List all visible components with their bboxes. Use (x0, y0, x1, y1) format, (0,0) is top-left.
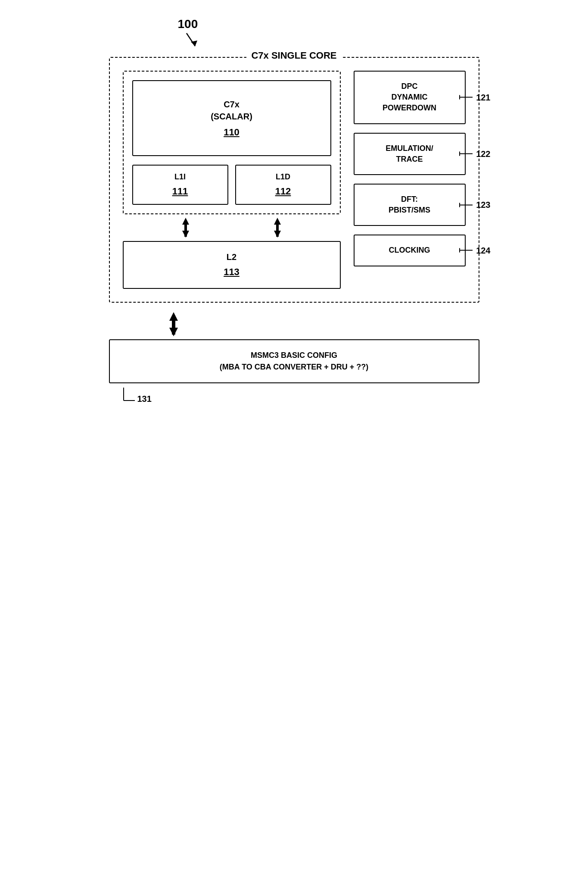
clocking-title: CLOCKING (361, 245, 458, 256)
l1-row: L1I 111 L1D 112 (132, 165, 331, 205)
emulation-title: EMULATION/ TRACE (361, 143, 458, 165)
l1d-label: L1D (240, 172, 326, 182)
clocking-box: CLOCKING 124 (354, 235, 466, 266)
emulation-ref: 122 (459, 149, 490, 159)
svg-marker-18 (169, 312, 178, 321)
c7x-scalar-box: C7x (SCALAR) 110 (132, 80, 331, 156)
svg-rect-3 (184, 225, 187, 231)
l1i-l2-arrow (173, 217, 199, 238)
svg-marker-6 (274, 218, 281, 225)
inner-layout: C7x (SCALAR) 110 L1I 111 L1D 112 (123, 71, 466, 289)
svg-rect-19 (172, 321, 175, 328)
l2-label: L2 (132, 252, 331, 262)
clocking-ref: 124 (459, 245, 490, 255)
svg-marker-2 (182, 218, 189, 225)
emulation-ref-tick (459, 151, 473, 157)
dft-title: DFT: PBIST/SMS (361, 194, 458, 216)
right-column: DPC DYNAMIC POWERDOWN 121 (354, 71, 466, 289)
dpc-box: DPC DYNAMIC POWERDOWN 121 (354, 71, 466, 124)
dpc-ref-tick (459, 94, 473, 100)
svg-marker-9 (274, 231, 281, 238)
l1-l2-arrows (123, 214, 341, 241)
msmc3-title: MSMC3 BASIC CONFIG (MBA TO CBA CONVERTER… (118, 350, 470, 373)
dpc-title: DPC DYNAMIC POWERDOWN (361, 81, 458, 114)
dft-box: DFT: PBIST/SMS 123 (354, 184, 466, 226)
main-ref-label: 100 (178, 17, 198, 31)
outer-dashed-box: C7x SINGLE CORE C7x (SCALAR) 110 (109, 57, 479, 303)
dft-ref-tick (459, 202, 473, 208)
svg-rect-7 (276, 225, 279, 231)
l2-number: 113 (132, 266, 331, 278)
l1i-number: 111 (137, 186, 223, 197)
l1i-label: L1I (137, 172, 223, 182)
svg-marker-5 (182, 231, 189, 238)
left-dashed-box: C7x (SCALAR) 110 L1I 111 L1D 112 (123, 71, 341, 214)
l1d-box: L1D 112 (235, 165, 331, 205)
diagram-container: 100 C7x SINGLE CORE C7x (SCALAR) (109, 17, 479, 383)
clocking-ref-tick (459, 247, 473, 254)
msmc3-box: MSMC3 BASIC CONFIG (MBA TO CBA CONVERTER… (109, 339, 479, 383)
msmc3-ref: 131 (123, 387, 152, 404)
outer-box-label: C7x SINGLE CORE (246, 50, 342, 61)
main-ref-arrow (178, 31, 199, 53)
left-region: C7x (SCALAR) 110 L1I 111 L1D 112 (123, 71, 341, 289)
l2-msmc3-arrow (161, 311, 187, 337)
c7x-number: 110 (142, 127, 322, 138)
l1d-number: 112 (240, 186, 326, 197)
msmc3-ref-line (123, 387, 136, 404)
dft-ref: 123 (459, 200, 490, 210)
top-label-area: 100 (109, 17, 479, 53)
dpc-ref: 121 (459, 92, 490, 102)
emulation-box: EMULATION/ TRACE 122 (354, 133, 466, 175)
l2-msmc3-arrow-container (109, 311, 479, 337)
c7x-title: C7x (SCALAR) (142, 98, 322, 122)
l2-box: L2 113 (123, 241, 341, 289)
l1i-box: L1I 111 (132, 165, 228, 205)
l1d-l2-arrow (264, 217, 290, 238)
svg-marker-21 (169, 328, 178, 336)
